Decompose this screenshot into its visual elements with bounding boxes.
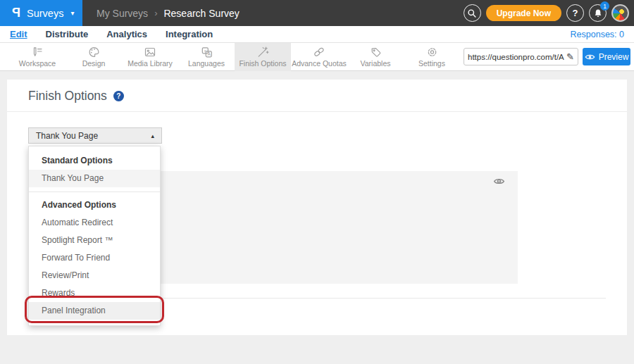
preview-button[interactable]: Preview <box>583 48 630 65</box>
tab-workspace[interactable]: Workspace <box>9 43 66 71</box>
tab-finish-options[interactable]: Finish Options <box>235 43 291 71</box>
breadcrumb: My Surveys › Research Survey <box>97 0 240 26</box>
edit-toolbar: Workspace Design Media Library x A Langu… <box>0 43 634 71</box>
main-area: Finish Options ? Thank You Page ▴ Standa… <box>0 71 634 364</box>
dropdown-selected-value: Thank You Page <box>29 131 98 141</box>
tab-languages[interactable]: x A Languages <box>178 43 235 71</box>
search-icon <box>467 8 477 18</box>
tab-workspace-label: Workspace <box>19 59 56 68</box>
tab-advance-quotas[interactable]: Advance Quotas <box>291 43 347 71</box>
tab-design-label: Design <box>82 59 106 68</box>
tab-design[interactable]: Design <box>66 43 122 71</box>
notification-badge: 1 <box>600 1 609 11</box>
finish-option-dropdown-button[interactable]: Thank You Page ▴ <box>28 127 162 144</box>
gear-icon <box>426 46 438 58</box>
survey-url-box[interactable]: ✎ <box>464 48 578 65</box>
upgrade-now-button[interactable]: Upgrade Now <box>486 5 561 21</box>
menu-item-thank-you-page[interactable]: Thank You Page <box>29 170 160 187</box>
tab-settings[interactable]: Settings <box>404 43 460 71</box>
menu-divider <box>29 192 160 192</box>
tab-media-library-label: Media Library <box>128 59 173 68</box>
finish-option-dropdown-menu: Standard Options Thank You Page Advanced… <box>28 146 161 326</box>
tab-settings-label: Settings <box>418 59 445 68</box>
eye-icon <box>493 177 505 186</box>
svg-text:A: A <box>207 51 211 56</box>
tab-finish-options-label: Finish Options <box>239 59 286 68</box>
finish-options-help-icon[interactable]: ? <box>113 91 124 101</box>
nav-tab-edit[interactable]: Edit <box>10 29 27 39</box>
help-icon: ? <box>573 8 578 18</box>
product-menu-label[interactable]: Surveys <box>27 8 63 19</box>
eye-icon <box>585 53 595 61</box>
menu-header-advanced-options: Advanced Options <box>29 196 160 214</box>
surveys-product-menu[interactable]: P Surveys ▾ <box>0 0 82 26</box>
preview-eye-button[interactable] <box>493 176 505 189</box>
menu-header-standard-options: Standard Options <box>29 152 160 170</box>
breadcrumb-separator: › <box>154 8 157 18</box>
menu-item-panel-integration[interactable]: Panel Integration <box>29 302 160 320</box>
tab-advance-quotas-label: Advance Quotas <box>292 59 347 68</box>
help-button[interactable]: ? <box>566 4 584 22</box>
nav-tab-distribute[interactable]: Distribute <box>46 29 89 39</box>
preview-label: Preview <box>599 52 629 62</box>
tab-variables[interactable]: Variables <box>347 43 404 71</box>
search-button[interactable] <box>464 4 481 22</box>
menu-item-automatic-redirect[interactable]: Automatic Redirect <box>29 214 160 232</box>
design-palette-icon <box>88 46 100 58</box>
magic-wand-icon <box>256 46 269 58</box>
finish-options-card: Finish Options ? Thank You Page ▴ Standa… <box>7 80 627 335</box>
edit-url-pencil-icon[interactable]: ✎ <box>566 52 574 61</box>
responses-count: Responses: 0 <box>571 30 624 39</box>
menu-item-review-print[interactable]: Review/Print <box>29 267 160 284</box>
avatar[interactable] <box>611 4 629 22</box>
tag-icon <box>370 46 382 58</box>
nav-tab-integration[interactable]: Integration <box>166 29 213 39</box>
breadcrumb-my-surveys[interactable]: My Surveys <box>97 8 148 19</box>
notifications-button[interactable]: 1 <box>589 4 607 22</box>
tab-variables-label: Variables <box>361 59 391 68</box>
page-title: Finish Options <box>28 89 107 103</box>
questionpro-logo-icon[interactable]: P <box>12 6 20 20</box>
languages-icon: x A <box>201 46 213 58</box>
tab-languages-label: Languages <box>188 59 225 68</box>
survey-nav: Edit Distribute Analytics Integration Re… <box>0 26 634 43</box>
nav-tab-analytics[interactable]: Analytics <box>106 29 147 39</box>
upgrade-now-label: Upgrade Now <box>497 8 551 18</box>
menu-item-rewards[interactable]: Rewards <box>29 284 160 302</box>
menu-item-spotlight-report[interactable]: Spotlight Report ™ <box>29 232 160 249</box>
workspace-icon <box>31 46 44 58</box>
top-bar: P Surveys ▾ My Surveys › Research Survey… <box>0 0 634 26</box>
bell-icon <box>593 8 603 18</box>
topbar-actions: Upgrade Now ? 1 <box>464 0 629 26</box>
chain-links-icon <box>313 46 325 58</box>
card-header: Finish Options ? <box>7 80 627 112</box>
breadcrumb-current-survey: Research Survey <box>163 8 239 19</box>
chevron-down-icon: ▾ <box>70 9 74 17</box>
caret-up-icon: ▴ <box>151 132 161 139</box>
media-library-icon <box>144 46 156 58</box>
tab-media-library[interactable]: Media Library <box>122 43 178 71</box>
survey-url-input[interactable] <box>468 53 566 61</box>
menu-item-forward-to-friend[interactable]: Forward To Friend <box>29 249 160 267</box>
